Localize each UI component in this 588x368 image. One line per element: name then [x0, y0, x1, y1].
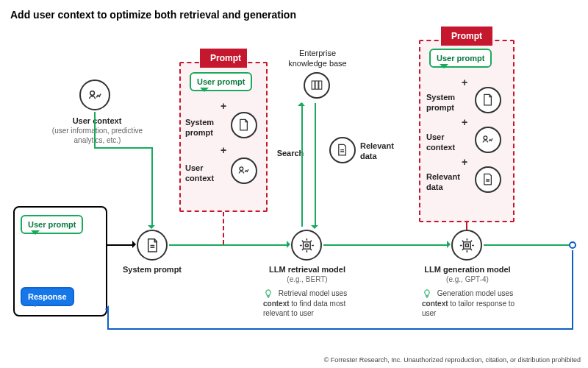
arrow [301, 103, 303, 227]
arrow-head [148, 225, 155, 233]
user-prompt-bubble: User prompt [21, 215, 83, 234]
arrow [107, 328, 573, 330]
prompt-tag-1: Prompt [200, 49, 247, 68]
arrow [484, 244, 570, 246]
user-context-label: User context [53, 116, 141, 127]
plus-icon: + [462, 77, 467, 88]
prompt2-system-label: System prompt [426, 93, 467, 113]
system-prompt-label: System prompt [119, 265, 185, 275]
llm-retrieval-sub: (e.g., BERT) [260, 275, 354, 285]
llm-generation-label: LLM generation model [416, 265, 519, 275]
prompt2-userctx-label: User context [426, 132, 467, 153]
svg-rect-5 [315, 81, 318, 89]
llm-generation-icon [451, 230, 482, 261]
user-chart-icon [231, 158, 257, 184]
arrow [169, 244, 288, 246]
prompt1-system-label: System prompt [185, 118, 226, 138]
arrow [315, 103, 316, 227]
llm-generation-sub: (e.g., GPT-4) [416, 275, 519, 285]
user-context-icon [79, 79, 110, 110]
arrow-head [447, 241, 454, 248]
arrow [151, 147, 153, 227]
arrow [323, 244, 448, 246]
arrow-head [132, 241, 140, 248]
document-icon [231, 112, 257, 138]
retrieval-hint: Retrieval model uses context to find dat… [263, 289, 366, 318]
document-icon [329, 137, 356, 163]
search-label: Search [272, 149, 309, 159]
arrow [94, 147, 151, 149]
document-icon [475, 87, 501, 113]
llm-retrieval-label: LLM retrieval model [260, 265, 354, 275]
relevant-data-label: Relevant data [360, 141, 404, 162]
plus-icon: + [220, 100, 226, 112]
plus-icon: + [220, 144, 226, 156]
connector [223, 212, 224, 244]
svg-point-7 [484, 136, 487, 140]
connector [466, 222, 467, 230]
enterprise-kb-label: Enterprise knowledge base [282, 49, 353, 69]
arrow-head [101, 305, 109, 313]
svg-point-3 [305, 244, 308, 247]
arrow [572, 250, 573, 328]
plus-icon: + [462, 116, 467, 128]
prompt1-userctx-label: User context [185, 163, 226, 184]
user-context-sub: (user information, predictive analytics,… [44, 127, 151, 145]
arrow-head [298, 99, 305, 106]
flow-terminal-node [569, 241, 576, 249]
copyright-footer: © Forrester Research, Inc. Unauthorized … [324, 356, 581, 364]
arrow-head [311, 225, 318, 233]
arrow [107, 244, 134, 246]
prompt1-user-bubble: User prompt [190, 72, 252, 91]
plus-icon: + [462, 156, 467, 168]
bulb-icon [263, 289, 273, 299]
llm-retrieval-icon [291, 230, 322, 261]
prompt2-user-bubble: User prompt [429, 49, 492, 68]
generation-hint: Generation model uses context to tailor … [422, 289, 525, 318]
document-icon [475, 166, 501, 193]
documents-icon [304, 72, 330, 99]
user-chart-icon [475, 127, 501, 153]
svg-rect-2 [303, 241, 309, 248]
response-bubble: Response [21, 287, 74, 306]
system-prompt-icon [137, 230, 168, 261]
svg-rect-6 [319, 81, 322, 89]
svg-rect-8 [463, 241, 470, 248]
prompt2-relevant-label: Relevant data [426, 172, 467, 193]
diagram-title: Add user context to optimize both retrie… [10, 9, 296, 21]
bulb-icon [422, 289, 432, 299]
svg-rect-4 [312, 81, 315, 89]
arrow-head [287, 241, 294, 248]
svg-point-1 [240, 167, 243, 171]
svg-point-0 [90, 91, 94, 95]
arrow [94, 112, 96, 147]
prompt-tag-2: Prompt [441, 26, 492, 46]
